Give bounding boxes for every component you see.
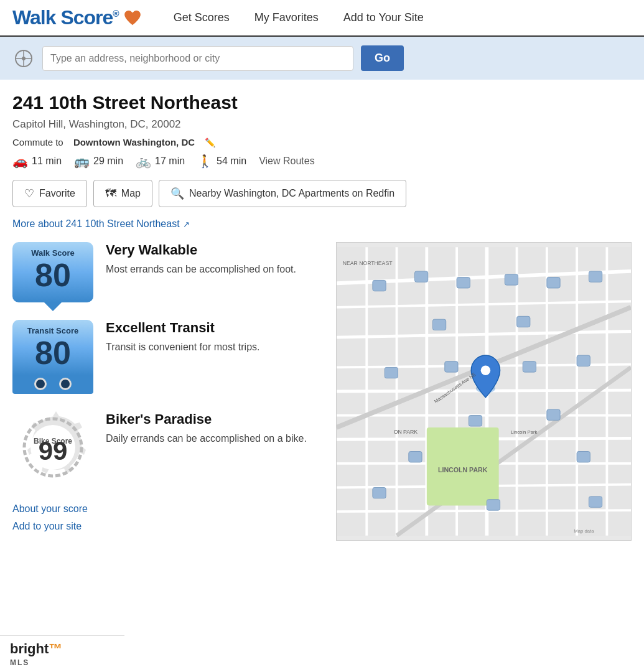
transit-score-badge: Transit Score 80 (12, 320, 93, 375)
commute-destination: Downtown Washington, DC (73, 137, 195, 147)
transport-bus: 🚌 29 min (74, 154, 123, 169)
nav-get-scores[interactable]: Get Scores (174, 11, 230, 24)
svg-text:Lincoln Park: Lincoln Park (511, 429, 538, 435)
svg-text:99: 99 (39, 436, 68, 465)
svg-rect-49 (577, 452, 590, 462)
walk-badge-number: 80 (19, 259, 87, 291)
svg-rect-40 (432, 319, 446, 330)
scores-map-row: Walk Score 80 Very Walkable Most errands… (12, 242, 632, 541)
logo-area: Walk Score® (12, 6, 142, 29)
svg-rect-47 (547, 409, 560, 420)
address-subtitle: Capitol Hill, Washington, DC, 20002 (12, 118, 632, 131)
svg-rect-41 (517, 316, 530, 327)
logo-reg: ® (113, 9, 118, 19)
svg-rect-39 (589, 271, 602, 282)
bus-time: 29 min (93, 156, 123, 167)
bike-time: 17 min (155, 156, 185, 167)
address-title: 241 10th Street Northeast (12, 92, 632, 113)
transit-wheels (34, 378, 72, 390)
nav: Get Scores My Favorites Add to Your Site (174, 11, 424, 24)
svg-rect-34 (373, 280, 386, 291)
map-button[interactable]: 🗺 Map (93, 180, 152, 207)
watermark-mls: MLS (10, 658, 62, 667)
svg-rect-35 (414, 271, 427, 282)
svg-rect-52 (589, 497, 602, 507)
walk-score-info: Very Walkable Most errands can be accomp… (106, 242, 324, 277)
more-about-link[interactable]: More about 241 10th Street Northeast ↗ (12, 218, 190, 230)
location-icon (14, 49, 33, 68)
edit-commute-icon[interactable]: ✏️ (205, 138, 215, 147)
commute-label: Commute to (12, 137, 63, 147)
map-svg: LINCOLN PARK (337, 243, 631, 540)
transit-score-info: Excellent Transit Transit is convenient … (106, 320, 324, 355)
svg-rect-37 (505, 274, 518, 285)
map-container[interactable]: LINCOLN PARK (336, 242, 632, 541)
svg-rect-51 (487, 500, 500, 510)
walk-score-badge: Walk Score 80 (12, 242, 93, 302)
car-icon: 🚗 (12, 154, 28, 169)
favorite-label: Favorite (39, 188, 75, 199)
transit-badge-number: 80 (19, 337, 87, 369)
view-routes-link[interactable]: View Routes (259, 156, 315, 167)
scores-column: Walk Score 80 Very Walkable Most errands… (12, 242, 324, 541)
more-about-text: More about 241 10th Street Northeast (12, 218, 180, 230)
external-link-icon: ↗ (183, 220, 190, 229)
svg-rect-44 (523, 362, 536, 372)
walk-score-row: Walk Score 80 Very Walkable Most errands… (12, 242, 324, 302)
bike-icon: 🚲 (136, 154, 151, 169)
walk-badge-label: Walk Score (19, 248, 87, 258)
bike-score-info: Biker's Paradise Daily errands can be ac… (106, 411, 324, 446)
svg-rect-43 (445, 362, 458, 372)
bike-gear: Bike Score 99 (16, 411, 90, 486)
favorite-button[interactable]: ♡ Favorite (12, 180, 87, 207)
map-label: Map (121, 188, 141, 199)
transit-wheel-right (59, 378, 72, 390)
svg-rect-50 (373, 487, 386, 498)
svg-text:ON PARK: ON PARK (394, 429, 418, 435)
transit-score-title: Excellent Transit (106, 320, 324, 336)
svg-rect-42 (385, 367, 398, 378)
svg-point-3 (22, 57, 26, 60)
svg-rect-48 (409, 452, 422, 462)
bike-score-desc: Daily errands can be accomplished on a b… (106, 431, 324, 446)
watermark: bright™ MLS (0, 635, 124, 672)
svg-point-33 (481, 365, 490, 375)
watermark-bright: bright™ (10, 641, 62, 657)
transport-walk: 🚶 54 min (197, 154, 246, 169)
main-content: 241 10th Street Northeast Capitol Hill, … (0, 80, 644, 547)
svg-text:LINCOLN PARK: LINCOLN PARK (438, 466, 488, 474)
transit-badge-label: Transit Score (19, 326, 87, 335)
walk-time: 54 min (217, 156, 246, 167)
svg-text:Map data: Map data (574, 528, 594, 534)
add-site-link[interactable]: Add to your site (12, 521, 82, 531)
walk-score-title: Very Walkable (106, 242, 324, 258)
search-bar: Go (0, 37, 644, 80)
svg-line-18 (337, 510, 631, 511)
heart-icon: ♡ (24, 187, 34, 200)
nav-my-favorites[interactable]: My Favorites (254, 11, 319, 24)
svg-rect-38 (547, 278, 560, 288)
car-time: 11 min (32, 156, 62, 167)
transit-score-desc: Transit is convenient for most trips. (106, 340, 324, 355)
nav-add-to-site[interactable]: Add to Your Site (343, 11, 424, 24)
bike-score-row: Bike Score 99 Biker's Paradise Daily err… (12, 411, 324, 486)
logo-walk: Walk Score (12, 6, 113, 29)
svg-rect-45 (577, 355, 590, 366)
transit-badge-base (12, 375, 93, 394)
nearby-label: Nearby Washington, DC Apartments on Redf… (189, 188, 394, 199)
transit-score-row: Transit Score 80 Excellent Transit Trans… (12, 320, 324, 394)
about-score-link[interactable]: About your score (12, 503, 324, 515)
map-icon: 🗺 (105, 187, 116, 200)
transport-car: 🚗 11 min (12, 154, 62, 169)
search-icon: 🔍 (170, 187, 184, 200)
search-input[interactable] (42, 46, 353, 71)
header: Walk Score® Get Scores My Favorites Add … (0, 0, 644, 37)
bike-gear-svg: Bike Score 99 (16, 411, 90, 486)
go-button[interactable]: Go (361, 45, 404, 71)
transit-wheel-left (34, 378, 47, 390)
action-buttons: ♡ Favorite 🗺 Map 🔍 Nearby Washington, DC… (12, 180, 632, 207)
svg-rect-36 (457, 278, 470, 288)
bike-score-title: Biker's Paradise (106, 411, 324, 427)
nearby-button[interactable]: 🔍 Nearby Washington, DC Apartments on Re… (159, 180, 406, 207)
bus-icon: 🚌 (74, 154, 90, 169)
